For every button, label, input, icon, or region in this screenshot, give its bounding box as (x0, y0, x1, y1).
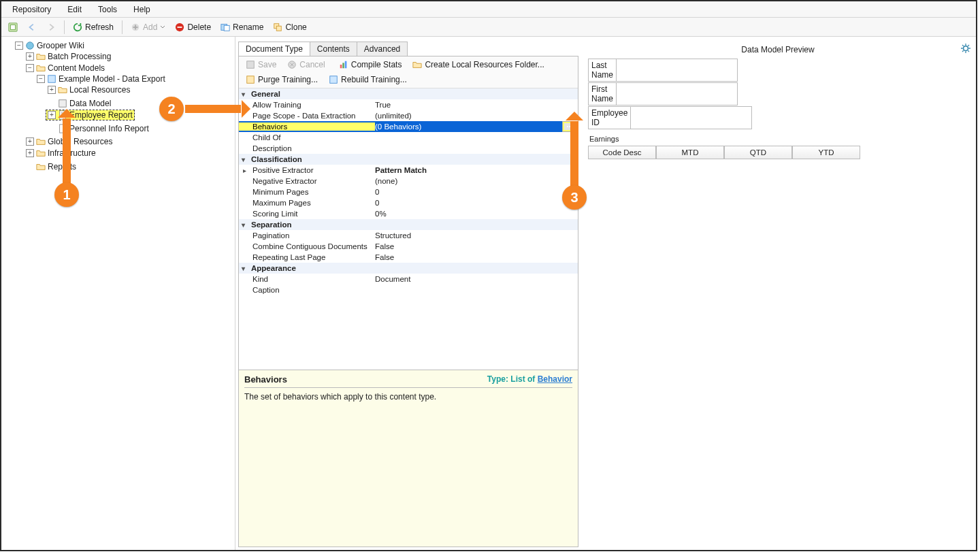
tree-content-models[interactable]: −Content Models (24, 63, 106, 73)
tree-label: Employee Report (69, 110, 133, 120)
input-employee-id[interactable] (631, 106, 752, 129)
prop-child-of[interactable]: Child Of (239, 132, 578, 143)
prop-min-pages[interactable]: Minimum Pages0 (239, 186, 578, 197)
tree-infrastructure[interactable]: +Infrastructure (24, 148, 97, 158)
desc-body: The set of behaviors which apply to this… (244, 392, 572, 402)
annotation-badge-2: 2 (159, 97, 184, 121)
folder-icon (36, 52, 46, 61)
create-local-button[interactable]: Create Local Resources Folder... (408, 59, 548, 71)
home-button[interactable] (4, 21, 22, 33)
category-general[interactable]: ▾General (239, 88, 578, 99)
svg-rect-16 (247, 61, 255, 69)
col-code-desc[interactable]: Code Desc (588, 146, 656, 159)
input-first-name[interactable] (617, 82, 738, 105)
prop-caption[interactable]: Caption (239, 284, 578, 295)
rebuild-training-button[interactable]: Rebuild Training... (325, 74, 411, 86)
back-button[interactable] (23, 21, 41, 33)
menu-repository[interactable]: Repository (5, 3, 58, 16)
tree-label: Example Model - Data Export (59, 74, 165, 84)
col-mtd[interactable]: MTD (656, 146, 724, 159)
annotation-badge-3: 3 (562, 185, 587, 210)
tree-label: Batch Processing (48, 52, 111, 61)
delete-button[interactable]: Delete (171, 21, 215, 33)
rebuild-icon (329, 75, 338, 84)
prop-repeating[interactable]: Repeating Last PageFalse (239, 252, 578, 263)
collapse-icon[interactable]: − (15, 42, 23, 50)
annotation-badge-1: 1 (54, 182, 79, 207)
right-pane: Document Type Contents Advanced Save Can… (235, 37, 976, 550)
save-icon (246, 60, 255, 69)
gear-button[interactable] (961, 44, 970, 55)
svg-rect-21 (247, 76, 255, 84)
svg-rect-4 (178, 27, 182, 28)
prop-pagination[interactable]: PaginationStructured (239, 230, 578, 241)
save-label: Save (258, 60, 276, 69)
forward-button[interactable] (42, 21, 60, 33)
tab-advanced[interactable]: Advanced (357, 42, 408, 56)
rename-button[interactable]: Rename (216, 21, 267, 33)
clone-label: Clone (285, 22, 306, 32)
expand-icon[interactable]: + (26, 137, 34, 146)
home-icon (8, 22, 18, 32)
prop-combine[interactable]: Combine Contiguous DocumentsFalse (239, 241, 578, 252)
clone-button[interactable]: Clone (269, 21, 310, 33)
svg-rect-22 (330, 76, 338, 84)
rename-icon (220, 22, 230, 32)
add-button[interactable]: Add (127, 21, 169, 33)
clone-icon (273, 22, 282, 32)
col-ytd[interactable]: YTD (792, 146, 860, 159)
tree-data-model[interactable]: Data Model (46, 99, 112, 108)
compile-stats-button[interactable]: Compile Stats (335, 59, 406, 71)
purge-training-button[interactable]: Purge Training... (242, 74, 322, 86)
label-last-name: Last Name (588, 59, 617, 82)
tree-local-resources[interactable]: +Local Resources (46, 85, 131, 95)
collapse-icon[interactable]: − (37, 75, 45, 83)
expand-icon[interactable]: + (26, 52, 34, 61)
rebuild-label: Rebuild Training... (341, 75, 407, 84)
tree-example-model[interactable]: −Example Model - Data Export (35, 74, 167, 84)
prop-behaviors[interactable]: Behaviors(0 Behaviors)··· (239, 121, 578, 132)
category-appearance[interactable]: ▾Appearance (239, 263, 578, 274)
prop-positive-extractor[interactable]: ▸Positive ExtractorPattern Match (239, 165, 578, 176)
field-first-name: First Name (588, 82, 724, 105)
prop-max-pages[interactable]: Maximum Pages0 (239, 197, 578, 208)
expand-icon[interactable]: + (48, 111, 56, 119)
category-classification[interactable]: ▾Classification (239, 154, 578, 165)
prop-allow-training[interactable]: Allow TrainingTrue (239, 99, 578, 110)
input-last-name[interactable] (617, 59, 738, 82)
separator (64, 20, 65, 34)
desc-type-link[interactable]: Behavior (538, 374, 572, 384)
purge-icon (246, 75, 255, 84)
property-grid[interactable]: ▾General Allow TrainingTrue Page Scope -… (239, 88, 578, 370)
delete-icon (175, 22, 184, 32)
tree-personnel-info[interactable]: Personnel Info Report (46, 124, 150, 133)
prop-page-scope[interactable]: Page Scope - Data Extraction(unlimited) (239, 110, 578, 121)
tab-body: Save Cancel Compile Stats Create Local R… (238, 56, 578, 547)
menu-tools[interactable]: Tools (91, 3, 124, 16)
menu-edit[interactable]: Edit (61, 3, 88, 16)
refresh-button[interactable]: Refresh (69, 21, 118, 33)
cancel-button[interactable]: Cancel (283, 59, 329, 71)
tab-document-type[interactable]: Document Type (238, 42, 310, 56)
chart-icon (339, 60, 348, 69)
menu-help[interactable]: Help (127, 3, 157, 16)
svg-point-23 (964, 46, 968, 51)
prop-description[interactable]: Description (239, 143, 578, 154)
svg-rect-6 (224, 25, 229, 31)
tree-pane[interactable]: − Grooper Wiki +Batch Processing −Conten… (1, 37, 235, 550)
expand-icon[interactable]: + (48, 86, 56, 94)
prop-negative-extractor[interactable]: Negative Extractor(none) (239, 176, 578, 186)
tree-root[interactable]: − Grooper Wiki (14, 41, 86, 50)
col-qtd[interactable]: QTD (724, 146, 792, 159)
prop-kind[interactable]: KindDocument (239, 274, 578, 284)
dropdown-icon (160, 25, 165, 30)
svg-rect-11 (59, 100, 67, 108)
collapse-icon[interactable]: − (26, 64, 34, 72)
expand-icon[interactable]: + (26, 149, 34, 157)
prop-scoring-limit[interactable]: Scoring Limit0% (239, 208, 578, 219)
tab-contents[interactable]: Contents (310, 42, 357, 56)
category-separation[interactable]: ▾Separation (239, 219, 578, 230)
tree-batch-processing[interactable]: +Batch Processing (24, 52, 112, 61)
save-button[interactable]: Save (242, 59, 280, 71)
cancel-icon (287, 60, 297, 69)
